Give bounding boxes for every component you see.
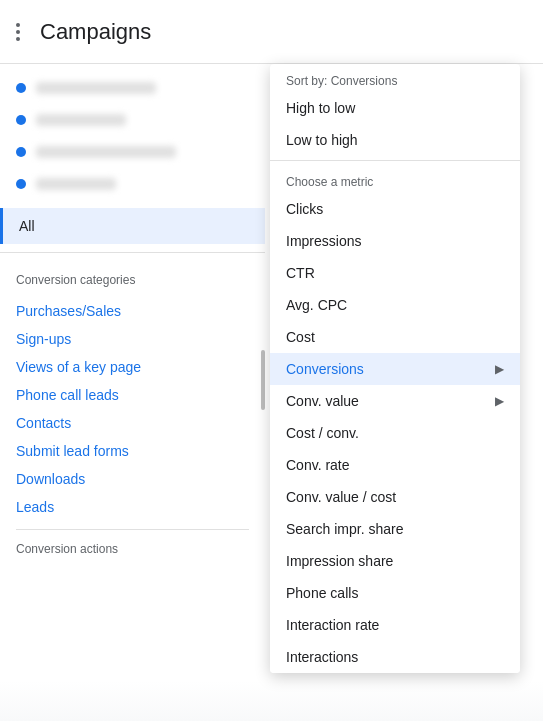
metric-conv-value-label: Conv. value xyxy=(286,393,359,409)
campaign-name xyxy=(36,178,116,190)
campaign-status-dot xyxy=(16,83,26,93)
campaign-status-dot xyxy=(16,179,26,189)
chevron-right-icon: ▶ xyxy=(495,394,504,408)
conversion-actions-label: Conversion actions xyxy=(16,538,249,560)
divider xyxy=(0,252,265,253)
sidebar-item-purchases[interactable]: Purchases/Sales xyxy=(16,297,249,325)
metric-interactions-label: Interactions xyxy=(286,649,358,665)
campaign-name xyxy=(36,146,176,158)
chevron-right-icon: ▶ xyxy=(495,362,504,376)
sidebar-item-signups[interactable]: Sign-ups xyxy=(16,325,249,353)
list-item[interactable] xyxy=(0,72,265,104)
divider xyxy=(16,529,249,530)
metric-interaction-rate[interactable]: Interaction rate xyxy=(270,609,520,641)
metric-conv-value-cost[interactable]: Conv. value / cost xyxy=(270,481,520,513)
metric-ctr-label: CTR xyxy=(286,265,315,281)
metric-search-impr-share-label: Search impr. share xyxy=(286,521,404,537)
metric-cost[interactable]: Cost xyxy=(270,321,520,353)
metric-conv-rate[interactable]: Conv. rate xyxy=(270,449,520,481)
metric-interaction-rate-label: Interaction rate xyxy=(286,617,379,633)
metric-impressions-label: Impressions xyxy=(286,233,361,249)
metric-conversions-label: Conversions xyxy=(286,361,364,377)
sort-low-to-high[interactable]: Low to high xyxy=(270,124,520,156)
bottom-fade xyxy=(0,681,543,721)
metric-cost-conv[interactable]: Cost / conv. xyxy=(270,417,520,449)
sidebar-item-downloads[interactable]: Downloads xyxy=(16,465,249,493)
conversion-section: Conversion categories Purchases/Sales Si… xyxy=(0,261,265,574)
sidebar-item-contacts[interactable]: Contacts xyxy=(16,409,249,437)
metric-interactions[interactable]: Interactions xyxy=(270,641,520,673)
metric-conv-rate-label: Conv. rate xyxy=(286,457,350,473)
metric-impression-share-label: Impression share xyxy=(286,553,393,569)
sidebar-item-views[interactable]: Views of a key page xyxy=(16,353,249,381)
main-container: Campaigns All xyxy=(0,0,543,721)
metric-conv-value[interactable]: Conv. value ▶ xyxy=(270,385,520,417)
metric-impressions[interactable]: Impressions xyxy=(270,225,520,257)
campaign-status-dot xyxy=(16,115,26,125)
metric-phone-calls[interactable]: Phone calls xyxy=(270,577,520,609)
all-row[interactable]: All xyxy=(0,208,265,244)
metric-impression-share[interactable]: Impression share xyxy=(270,545,520,577)
metric-clicks[interactable]: Clicks xyxy=(270,193,520,225)
sort-section-label: Sort by: Conversions xyxy=(270,64,520,92)
metric-search-impr-share[interactable]: Search impr. share xyxy=(270,513,520,545)
campaign-name xyxy=(36,82,156,94)
all-label: All xyxy=(19,218,35,234)
scroll-indicator[interactable] xyxy=(261,350,265,410)
list-item[interactable] xyxy=(0,136,265,168)
metric-section-label: Choose a metric xyxy=(270,165,520,193)
sort-high-to-low[interactable]: High to low xyxy=(270,92,520,124)
sort-high-to-low-label: High to low xyxy=(286,100,355,116)
campaign-name xyxy=(36,114,126,126)
list-item[interactable] xyxy=(0,104,265,136)
campaign-status-dot xyxy=(16,147,26,157)
page-title: Campaigns xyxy=(40,19,151,45)
sidebar-item-submit[interactable]: Submit lead forms xyxy=(16,437,249,465)
metric-cost-conv-label: Cost / conv. xyxy=(286,425,359,441)
more-options-icon[interactable] xyxy=(16,23,20,41)
metric-conversions[interactable]: Conversions ▶ xyxy=(270,353,520,385)
metric-clicks-label: Clicks xyxy=(286,201,323,217)
dropdown-menu: Sort by: Conversions High to low Low to … xyxy=(270,64,520,673)
conversion-section-label: Conversion categories xyxy=(16,269,249,291)
sidebar-item-phone[interactable]: Phone call leads xyxy=(16,381,249,409)
metric-avg-cpc-label: Avg. CPC xyxy=(286,297,347,313)
metric-conv-value-cost-label: Conv. value / cost xyxy=(286,489,396,505)
sidebar-item-leads[interactable]: Leads xyxy=(16,493,249,521)
dropdown-divider xyxy=(270,160,520,161)
sidebar: All Conversion categories Purchases/Sale… xyxy=(0,64,265,721)
metric-cost-label: Cost xyxy=(286,329,315,345)
metric-ctr[interactable]: CTR xyxy=(270,257,520,289)
top-bar: Campaigns xyxy=(0,0,543,64)
list-item[interactable] xyxy=(0,168,265,200)
metric-avg-cpc[interactable]: Avg. CPC xyxy=(270,289,520,321)
metric-phone-calls-label: Phone calls xyxy=(286,585,358,601)
sort-low-to-high-label: Low to high xyxy=(286,132,358,148)
campaign-list xyxy=(0,64,265,208)
